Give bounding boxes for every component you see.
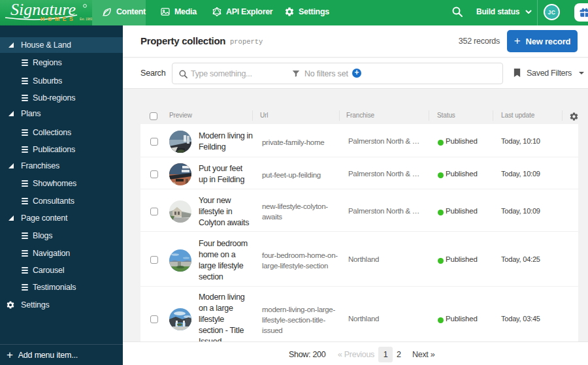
svg-text:HOMES: HOMES — [41, 16, 76, 22]
svg-text:Est. 1983: Est. 1983 — [80, 18, 92, 21]
